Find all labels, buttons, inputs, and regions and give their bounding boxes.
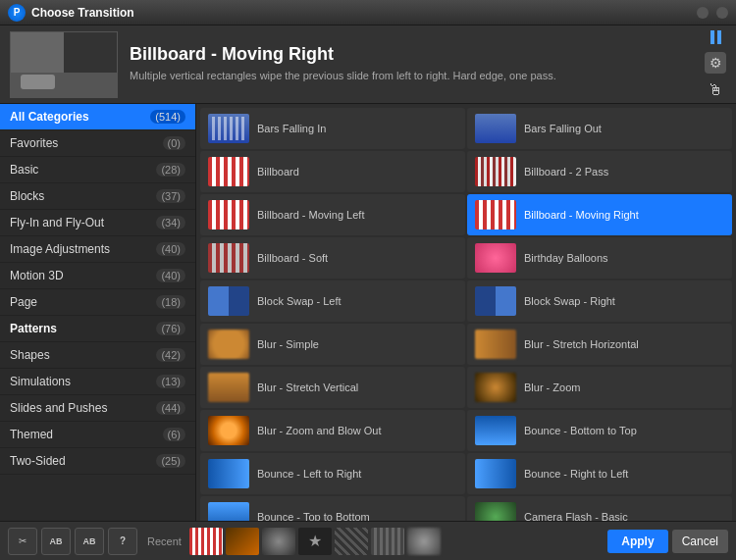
transition-thumb-bounce-top-bottom (208, 502, 249, 521)
text-ab-btn[interactable]: AB (41, 528, 71, 555)
sidebar-label: Blocks (10, 189, 44, 203)
sidebar-count: (40) (156, 269, 185, 282)
transition-name-camera-flash-basic: Camera Flash - Basic (524, 510, 628, 521)
main-content: All Categories (514) Favorites (0) Basic… (0, 104, 736, 521)
category-sidebar: All Categories (514) Favorites (0) Basic… (0, 104, 196, 521)
transition-thumb-billboard-moving-left (208, 200, 249, 229)
recent-thumb-2[interactable] (226, 528, 259, 555)
sidebar-item-blocks[interactable]: Blocks (37) (0, 183, 195, 210)
transition-item-camera-flash-basic[interactable]: Camera Flash - Basic (467, 496, 732, 521)
apply-button[interactable]: Apply (607, 530, 667, 553)
transition-name-bars-falling-out: Bars Falling Out (524, 122, 602, 135)
recent-thumb-1[interactable] (189, 528, 223, 555)
transition-item-blur-stretch-h[interactable]: Blur - Stretch Horizontal (467, 324, 732, 365)
transition-name-blur-simple: Blur - Simple (257, 337, 319, 351)
sidebar-item-page[interactable]: Page (18) (0, 289, 195, 316)
sidebar-label: Favorites (10, 136, 58, 150)
transition-item-blur-zoom-blow[interactable]: Blur - Zoom and Blow Out (200, 410, 465, 451)
sidebar-label: Two-Sided (10, 454, 66, 468)
transition-thumb-blur-zoom (475, 373, 516, 402)
transition-thumb-billboard-moving-right (475, 200, 516, 229)
transition-item-birthday-balloons[interactable]: Birthday Balloons (467, 237, 732, 279)
sidebar-item-patterns[interactable]: Patterns (76) (0, 316, 195, 342)
transition-name-billboard-2pass: Billboard - 2 Pass (524, 165, 608, 178)
transition-thumb-blur-simple (208, 330, 249, 359)
recent-thumb-5[interactable] (335, 528, 368, 555)
sidebar-count: (13) (156, 375, 185, 388)
sidebar-item-all-categories[interactable]: All Categories (514) (0, 104, 195, 130)
transition-name-blockswap-left: Block Swap - Left (257, 294, 342, 308)
sidebar-count: (18) (156, 295, 185, 309)
transition-item-bars-falling-out[interactable]: Bars Falling Out (467, 108, 732, 149)
sidebar-item-image-adjustments[interactable]: Image Adjustments (40) (0, 236, 195, 263)
transition-item-blockswap-left[interactable]: Block Swap - Left (200, 280, 465, 322)
cancel-button[interactable]: Cancel (672, 530, 728, 553)
sidebar-item-favorites[interactable]: Favorites (0) (0, 130, 195, 157)
recent-thumb-7[interactable] (407, 528, 441, 555)
transition-item-bounce-right-left[interactable]: Bounce - Right to Left (467, 453, 732, 494)
close-dot[interactable] (716, 7, 728, 19)
sidebar-label: Simulations (10, 375, 71, 388)
sidebar-item-slides-and-pushes[interactable]: Slides and Pushes (44) (0, 395, 195, 422)
transition-item-bounce-top-bottom[interactable]: Bounce - Top to Bottom (200, 496, 465, 521)
transition-item-blockswap-right[interactable]: Block Swap - Right (467, 280, 732, 322)
app-icon: P (8, 4, 26, 22)
transition-name-bounce-right-left: Bounce - Right to Left (524, 467, 628, 481)
transition-item-bounce-left-right[interactable]: Bounce - Left to Right (200, 453, 465, 494)
transition-item-billboard-moving-left[interactable]: Billboard - Moving Left (200, 194, 465, 235)
transition-item-blur-simple[interactable]: Blur - Simple (200, 324, 465, 365)
transition-name-birthday-balloons: Birthday Balloons (524, 251, 608, 265)
sidebar-count: (76) (156, 322, 185, 335)
sidebar-count: (28) (156, 163, 185, 177)
transition-item-bounce-bottom-top[interactable]: Bounce - Bottom to Top (467, 410, 732, 451)
help-btn[interactable]: ? (108, 528, 137, 555)
sidebar-label: Slides and Pushes (10, 401, 107, 415)
transition-thumb-bars-falling-in (208, 114, 249, 143)
transition-name-billboard-soft: Billboard - Soft (257, 251, 328, 265)
transition-thumb-blockswap-right (475, 286, 516, 316)
transition-item-blur-stretch-v[interactable]: Blur - Stretch Vertical (200, 367, 465, 408)
title-bar: P Choose Transition (0, 0, 736, 25)
sidebar-item-two-sided[interactable]: Two-Sided (25) (0, 448, 195, 475)
sidebar-label: Basic (10, 163, 38, 177)
cursor-icon: 🖱 (708, 81, 723, 99)
window-controls (697, 7, 728, 19)
transition-item-billboard-2pass[interactable]: Billboard - 2 Pass (467, 151, 732, 192)
sidebar-count: (37) (156, 189, 185, 203)
transitions-grid: Bars Falling In Bars Falling Out Billboa… (200, 108, 732, 521)
transition-thumb-bounce-left-right (208, 459, 249, 488)
sidebar-item-themed[interactable]: Themed (6) (0, 422, 195, 448)
transition-thumb-billboard-soft (208, 243, 249, 273)
transition-item-billboard-soft[interactable]: Billboard - Soft (200, 237, 465, 279)
sidebar-item-basic[interactable]: Basic (28) (0, 157, 195, 183)
transition-name-bars-falling-in: Bars Falling In (257, 122, 326, 135)
transition-thumb-bars-falling-out (475, 114, 516, 143)
window-title: Choose Transition (31, 6, 134, 20)
minimize-dot[interactable] (697, 7, 709, 19)
transition-item-bars-falling-in[interactable]: Bars Falling In (200, 108, 465, 149)
sidebar-item-fly-in-fly-out[interactable]: Fly-In and Fly-Out (34) (0, 210, 195, 236)
transition-name-bounce-top-bottom: Bounce - Top to Bottom (257, 510, 370, 521)
recent-thumb-4[interactable]: ★ (298, 528, 332, 555)
text-ab-cut-btn[interactable]: AB (75, 528, 104, 555)
sidebar-label: All Categories (10, 110, 89, 124)
transition-name-blur-zoom: Blur - Zoom (524, 381, 580, 394)
transition-thumb-billboard-2pass (475, 157, 516, 186)
transition-item-billboard[interactable]: Billboard (200, 151, 465, 192)
sidebar-label: Fly-In and Fly-Out (10, 216, 104, 229)
transition-item-blur-zoom[interactable]: Blur - Zoom (467, 367, 732, 408)
sidebar-label: Motion 3D (10, 269, 64, 282)
recent-thumb-6[interactable] (371, 528, 404, 555)
header-actions: ⚙ 🖱 (705, 30, 726, 99)
pause-button[interactable] (710, 30, 721, 44)
transition-name-blur-stretch-v: Blur - Stretch Vertical (257, 381, 358, 394)
cut-icon-btn[interactable]: ✂ (8, 528, 37, 555)
sidebar-label: Patterns (10, 322, 57, 335)
recent-thumb-3[interactable] (262, 528, 295, 555)
transition-item-billboard-moving-right[interactable]: Billboard - Moving Right (467, 194, 732, 235)
sidebar-item-simulations[interactable]: Simulations (13) (0, 369, 195, 395)
sidebar-item-shapes[interactable]: Shapes (42) (0, 342, 195, 369)
sidebar-item-motion-3d[interactable]: Motion 3D (40) (0, 263, 195, 289)
sidebar-label: Shapes (10, 348, 50, 362)
settings-button[interactable]: ⚙ (705, 52, 726, 74)
